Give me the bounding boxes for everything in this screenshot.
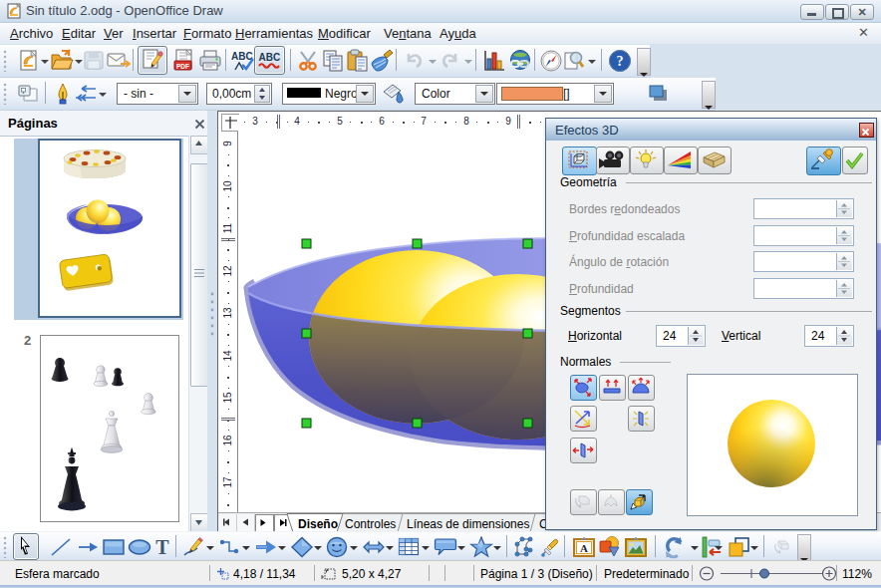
svg-text:Líneas de dimensiones: Líneas de dimensiones bbox=[407, 517, 529, 531]
svg-text:PDF: PDF bbox=[176, 63, 189, 70]
svg-text:T: T bbox=[155, 536, 169, 558]
svg-text:ABC: ABC bbox=[259, 52, 281, 63]
svg-text:?: ? bbox=[617, 54, 624, 69]
svg-text:Diseño: Diseño bbox=[298, 517, 338, 531]
svg-text:Controles: Controles bbox=[345, 517, 396, 531]
svg-text:A: A bbox=[580, 542, 588, 554]
svg-text:ABC: ABC bbox=[231, 51, 253, 62]
